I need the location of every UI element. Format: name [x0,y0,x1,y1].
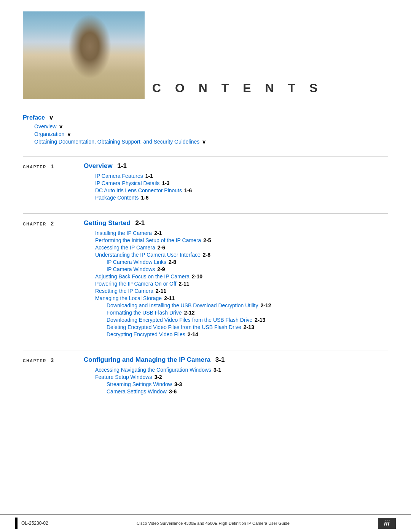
toc-ch3-item-3-text[interactable]: Streaming Settings Window [107,381,172,387]
toc-ch2-item-11-page: 2-12 [260,302,271,308]
toc-ch1-item-4-text[interactable]: Package Contents [95,195,139,201]
toc-item-obtaining-doc-text[interactable]: Obtaining Documentation, Obtaining Suppo… [34,139,199,145]
toc-ch1-item-2-text[interactable]: IP Camera Physical Details [95,180,159,186]
chapter-2-section: CHAPTER 2 Getting Started 2-1 Installing… [23,213,388,339]
chapter-1-title[interactable]: Overview [84,162,113,169]
toc-ch2-item-3-page: 2-6 [158,244,165,251]
toc-item-organization-page: v [67,131,70,137]
chapter-3-heading: Configuring and Managing the IP Camera 3… [84,356,388,364]
toc-ch1-item-2: IP Camera Physical Details 1-3 [84,180,388,186]
toc-item-overview-preface-page: v [59,123,62,129]
footer: OL-25230-02 Cisco Video Surveillance 430… [0,514,411,532]
toc-ch1-item-3-page: 1-6 [184,187,192,193]
toc-ch2-item-11-text[interactable]: Downloading and Installing the USB Downl… [107,302,258,308]
chapter-3-label-text: CHAPTER [23,359,46,363]
footer-doc-number: OL-25230-02 [21,521,48,526]
chapter-2-title[interactable]: Getting Started [84,219,131,227]
toc-ch2-item-13: Downloading Encrypted Video Files from t… [84,317,388,323]
toc-ch3-item-3-page: 3-3 [174,381,182,387]
toc-ch2-item-3: Accessing the IP Camera 2-6 [84,244,388,251]
toc-ch3-item-2-text[interactable]: Feature Setup Windows [95,374,152,380]
toc-ch3-item-4-text[interactable]: Camera Settings Window [107,388,167,395]
chapter-2-label: CHAPTER 2 [23,219,84,339]
toc-ch2-item-2: Performing the Initial Setup of the IP C… [84,237,388,243]
footer-bar [15,518,18,529]
chapter-1-page: 1-1 [117,162,127,169]
toc-ch2-item-9-text[interactable]: Resetting the IP Camera [95,288,153,294]
toc-ch2-item-13-page: 2-13 [255,317,265,323]
toc-ch2-item-15-page: 2-14 [188,331,198,337]
toc-ch1-item-3-text[interactable]: DC Auto Iris Lens Connector Pinouts [95,187,182,193]
chapter-1-label-text: CHAPTER [23,165,46,169]
toc-ch2-item-7: Adjusting Back Focus on the IP Camera 2-… [84,273,388,280]
toc-item-overview-preface-text[interactable]: Overview [34,123,56,129]
preface-page: v [49,114,53,121]
chapter-3-label: CHAPTER 3 [23,356,84,396]
toc-ch2-item-15-text[interactable]: Decrypting Encrypted Video Files [107,331,185,337]
footer-page-number: iii [378,518,396,529]
toc-ch2-item-4: Understanding the IP Camera User Interfa… [84,252,388,258]
toc-ch3-item-2-page: 3-2 [154,374,162,380]
toc-ch3-item-3: Streaming Settings Window 3-3 [84,381,388,387]
toc-ch2-item-3-text[interactable]: Accessing the IP Camera [95,244,155,251]
chapter-3-content: Configuring and Managing the IP Camera 3… [84,356,388,396]
chapter-2-heading: Getting Started 2-1 [84,219,388,227]
chapter-3-section: CHAPTER 3 Configuring and Managing the I… [23,350,388,396]
preface-title[interactable]: Preface [23,114,45,121]
toc-ch2-item-4-text[interactable]: Understanding the IP Camera User Interfa… [95,252,201,258]
footer-guide-title: Cisco Video Surveillance 4300E and 4500E… [48,521,378,526]
chapter-3-title[interactable]: Configuring and Managing the IP Camera [84,356,210,363]
toc-ch2-item-9-page: 2-11 [156,288,166,294]
toc-ch2-item-5-text[interactable]: IP Camera Window Links [107,259,166,265]
toc-item-obtaining-doc-page: v [202,139,206,145]
toc-item-obtaining-doc: Obtaining Documentation, Obtaining Suppo… [23,139,388,145]
toc-ch2-item-10-page: 2-11 [164,295,175,301]
toc-item-overview-preface: Overview v [23,123,388,129]
preface-heading: Preface v [23,114,388,121]
toc-ch2-item-10-text[interactable]: Managing the Local Storage [95,295,162,301]
toc-ch2-item-15: Decrypting Encrypted Video Files 2-14 [84,331,388,337]
chapter-2-number: 2 [51,220,54,227]
toc-ch3-item-1-page: 3-1 [213,367,221,373]
chapter-1-label: CHAPTER 1 [23,162,84,202]
contents-title: C O N T E N T S [152,81,323,99]
toc-ch1-item-4-page: 1-6 [141,195,148,201]
toc-ch2-item-5: IP Camera Window Links 2-8 [84,259,388,265]
toc-ch2-item-12-page: 2-12 [184,310,195,316]
toc-ch2-item-7-text[interactable]: Adjusting Back Focus on the IP Camera [95,273,190,280]
toc-ch1-item-1: IP Camera Features 1-1 [84,173,388,179]
toc-ch3-item-1-text[interactable]: Accessing Navigating the Configuration W… [95,367,211,373]
toc-ch2-item-4-page: 2-8 [203,252,210,258]
chapter-1-number: 1 [51,163,54,169]
toc-ch3-item-4-page: 3-6 [169,388,177,395]
chapter-2-label-text: CHAPTER [23,222,46,226]
cover-image [23,11,145,99]
toc-ch2-item-14-text[interactable]: Deleting Encrypted Video Files from the … [107,324,241,330]
toc-ch2-item-12: Formatting the USB Flash Drive 2-12 [84,310,388,316]
toc-ch1-item-3: DC Auto Iris Lens Connector Pinouts 1-6 [84,187,388,193]
toc-ch3-item-4: Camera Settings Window 3-6 [84,388,388,395]
chapter-1-heading: Overview 1-1 [84,162,388,170]
toc-ch3-item-1: Accessing Navigating the Configuration W… [84,367,388,373]
toc-ch2-item-8-page: 2-11 [178,281,189,287]
toc-ch2-item-9: Resetting the IP Camera 2-11 [84,288,388,294]
cover-person-graphic [23,11,145,99]
toc-ch2-item-2-page: 2-5 [203,237,211,243]
toc-ch1-item-1-text[interactable]: IP Camera Features [95,173,143,179]
toc-ch2-item-6-text[interactable]: IP Camera Windows [107,266,155,272]
toc-ch2-item-1-text[interactable]: Installing the IP Camera [95,230,152,236]
toc-ch2-item-2-text[interactable]: Performing the Initial Setup of the IP C… [95,237,201,243]
chapter-2-content: Getting Started 2-1 Installing the IP Ca… [84,219,388,339]
page-container: C O N T E N T S Preface v Overview v Org… [0,0,411,532]
toc-ch2-item-7-page: 2-10 [192,273,202,280]
toc-item-organization-text[interactable]: Organization [34,131,64,137]
toc-ch2-item-8-text[interactable]: Powering the IP Camera On or Off [95,281,176,287]
toc-item-organization: Organization v [23,131,388,137]
toc-ch2-item-11: Downloading and Installing the USB Downl… [84,302,388,308]
toc-ch2-item-1-page: 2-1 [154,230,162,236]
toc-ch2-item-13-text[interactable]: Downloading Encrypted Video Files from t… [107,317,252,323]
toc-ch2-item-12-text[interactable]: Formatting the USB Flash Drive [107,310,182,316]
content-area: Preface v Overview v Organization v Obta… [0,107,411,514]
toc-ch2-item-14-page: 2-13 [244,324,254,330]
chapter-3-page: 3-1 [215,356,225,363]
